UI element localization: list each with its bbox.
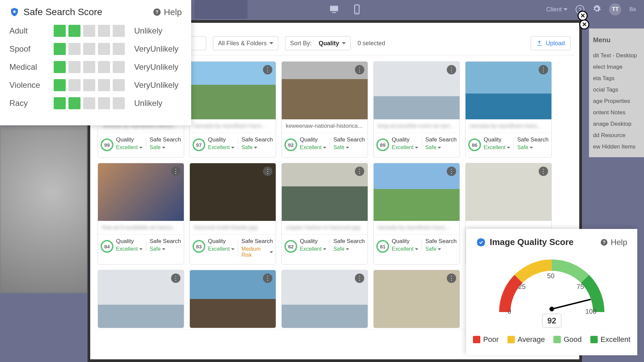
back-link[interactable]: Ba <box>629 6 636 12</box>
side-menu-item[interactable]: ew Hidden Items <box>593 141 640 153</box>
quality-value[interactable]: Excellent <box>208 246 234 252</box>
quality-value[interactable]: Excellent <box>116 246 143 252</box>
side-menu-item[interactable]: ocial Tags <box>593 84 640 96</box>
image-card[interactable]: ⋮ <box>373 270 460 328</box>
mobile-icon <box>352 4 362 15</box>
quality-value[interactable]: Excellent <box>300 144 326 150</box>
side-menu-item[interactable]: anage Desktop <box>593 118 640 130</box>
side-menu-item[interactable]: eta Tags <box>593 73 640 84</box>
side-menu-item[interactable]: dd Resource <box>593 130 640 141</box>
thumbnail[interactable]: ⋮ <box>190 270 276 328</box>
safesearch-value[interactable]: Safe <box>150 144 181 150</box>
help-link[interactable]: ? Help <box>153 7 182 17</box>
score-block <box>54 25 66 37</box>
svg-point-2 <box>13 10 16 13</box>
safesearch-value[interactable]: Safe <box>425 246 457 252</box>
image-card[interactable]: ⋮ keweenaw-national-historica... 92 Qual… <box>281 61 368 158</box>
kebab-icon[interactable]: ⋮ <box>447 65 456 74</box>
safesearch-value[interactable]: Safe <box>333 144 365 150</box>
score-block <box>68 97 80 109</box>
image-card[interactable]: ⋮ free-wi-fi-available-at-hanco... 84 Qu… <box>98 163 184 264</box>
image-card[interactable]: ⋮ ramada-by-wyndham-hanc... 97 Quality E… <box>190 61 276 158</box>
client-dropdown[interactable]: Client <box>546 6 568 13</box>
image-card[interactable]: ⋮ ramada-by-wyndham-hanc... 81 Quality E… <box>373 163 460 264</box>
thumbnail[interactable]: ⋮ <box>374 163 460 221</box>
side-menu-item[interactable]: ontent Notes <box>593 107 640 118</box>
kebab-icon[interactable]: ⋮ <box>355 274 364 283</box>
score-block <box>83 97 95 109</box>
safesearch-value[interactable]: Medium Risk <box>241 246 273 258</box>
quality-value[interactable]: Excellent <box>116 144 143 150</box>
kebab-icon[interactable]: ⋮ <box>355 167 364 176</box>
side-menu-item[interactable]: dit Text - Desktop <box>593 50 640 61</box>
avatar[interactable]: TT <box>609 3 621 15</box>
shield-icon <box>9 7 19 17</box>
safesearch-value[interactable]: Safe <box>333 246 365 252</box>
gear-icon[interactable] <box>592 4 601 14</box>
filename: ramada-by-wyndham-hanc... <box>190 119 276 133</box>
kebab-icon[interactable]: ⋮ <box>171 167 180 176</box>
thumbnail[interactable]: ⋮ <box>466 163 551 221</box>
score-block <box>98 25 110 37</box>
safesearch-value[interactable]: Safe <box>517 144 549 150</box>
quality-label: Quality <box>208 238 234 245</box>
thumbnail[interactable]: ⋮ <box>466 62 551 119</box>
gauge-value: 92 <box>542 314 561 328</box>
likelihood-label: VeryUnlikely <box>134 44 178 54</box>
close-icon[interactable]: ✕ <box>579 19 589 29</box>
kebab-icon[interactable]: ⋮ <box>263 274 272 283</box>
thumbnail[interactable]: ⋮ <box>190 163 276 221</box>
safesearch-value[interactable]: Safe <box>241 144 273 150</box>
kebab-icon[interactable]: ⋮ <box>171 274 180 283</box>
likelihood-label: Unlikely <box>134 99 162 108</box>
safe-search-popover: Safe Search Score ? Help Adult UnlikelyS… <box>0 0 191 125</box>
quality-label: Quality <box>208 136 234 143</box>
image-card[interactable]: ⋮ copper-harbor-in-hancock.jpg 82 Qualit… <box>281 163 368 264</box>
image-card[interactable]: ⋮ <box>98 270 184 328</box>
side-menu-item[interactable]: elect Image <box>593 61 640 73</box>
thumbnail[interactable]: ⋮ <box>374 62 460 119</box>
score-block <box>113 61 125 73</box>
upload-button[interactable]: Upload <box>531 36 571 50</box>
safe-search-title: Safe Search Score <box>23 7 149 17</box>
image-card[interactable]: ⋮ <box>190 270 276 328</box>
safesearch-value[interactable]: Safe <box>150 246 181 252</box>
help-link[interactable]: ? Help <box>600 238 627 247</box>
close-icon[interactable]: ✕ <box>578 11 588 21</box>
side-menu-item[interactable]: age Properties <box>593 96 640 107</box>
image-card[interactable]: ⋮ ramada-by-wyndham-hanc... 86 Quality E… <box>465 61 552 158</box>
safesearch-value[interactable]: Safe <box>425 144 457 150</box>
kebab-icon[interactable]: ⋮ <box>355 65 364 74</box>
thumbnail[interactable]: ⋮ <box>98 270 184 328</box>
quality-ring: 82 <box>284 240 297 253</box>
filename: ramada-by-wyndham-hanc... <box>374 221 460 235</box>
kebab-icon[interactable]: ⋮ <box>263 65 272 74</box>
safesearch-label: Safe Search <box>241 238 273 245</box>
thumbnail[interactable]: ⋮ <box>282 62 368 119</box>
sort-dropdown[interactable]: Sort By: Quality <box>285 36 351 50</box>
score-block <box>54 61 66 73</box>
thumbnail[interactable]: ⋮ <box>98 163 184 221</box>
kebab-icon[interactable]: ⋮ <box>447 167 456 176</box>
thumbnail[interactable]: ⋮ <box>282 163 368 221</box>
files-filter-dropdown[interactable]: All Files & Folders <box>213 36 278 50</box>
quality-value[interactable]: Excellent <box>300 246 326 252</box>
thumbnail[interactable]: ⋮ <box>190 62 276 119</box>
kebab-icon[interactable]: ⋮ <box>263 167 272 176</box>
quality-value[interactable]: Excellent <box>392 144 418 150</box>
kebab-icon[interactable]: ⋮ <box>539 65 548 74</box>
image-card[interactable]: ⋮ king-accessible-room-at-ram... 89 Qual… <box>373 61 460 158</box>
thumbnail[interactable]: ⋮ <box>374 270 460 328</box>
quality-value[interactable]: Excellent <box>208 144 234 150</box>
kebab-icon[interactable]: ⋮ <box>447 274 456 283</box>
safesearch-label: Safe Search <box>425 238 457 245</box>
kebab-icon[interactable]: ⋮ <box>539 167 548 176</box>
image-card[interactable]: ⋮ <box>281 270 368 328</box>
device-toggle[interactable] <box>329 4 362 15</box>
image-card[interactable]: ⋮ hancock-hotel-thanks.jpg 83 Quality Ex… <box>190 163 276 264</box>
quality-value[interactable]: Excellent <box>392 246 418 252</box>
thumbnail[interactable]: ⋮ <box>282 270 368 328</box>
quality-value[interactable]: Excellent <box>484 144 510 150</box>
filename <box>466 221 551 228</box>
image-quality-popover: Image Quality Score ? Help 0 25 50 75 10… <box>466 229 637 355</box>
